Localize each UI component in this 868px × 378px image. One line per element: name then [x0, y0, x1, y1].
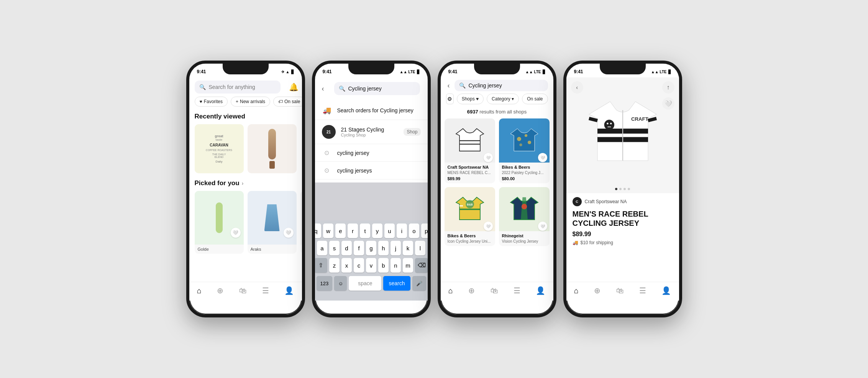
key-f[interactable]: f [354, 241, 364, 255]
heart-btn-product-4[interactable]: 🤍 [538, 222, 547, 231]
heart-btn-product-3[interactable]: 🤍 [484, 222, 493, 231]
filter-new-arrivals[interactable]: + New arrivals [231, 97, 270, 107]
key-q[interactable]: q [315, 224, 322, 238]
nav-home-3[interactable]: ⌂ [448, 286, 453, 295]
battery-icon-2: ▊ [417, 70, 420, 74]
suggestion-jersey[interactable]: ⊙ cycling jersey [315, 144, 428, 162]
recently-item-1[interactable]: great taste CARAVAN COFFEE ROASTERS THE … [195, 124, 244, 173]
key-a[interactable]: a [317, 241, 327, 255]
heart-btn-product-1[interactable]: 🤍 [484, 153, 493, 162]
phone-2: 9:41 ▲▲ LTE ▊ ‹ 🔍 ✕ 🚚 Search orders for … [312, 61, 431, 317]
key-j[interactable]: j [391, 241, 401, 255]
share-button-4[interactable]: ↑ [662, 81, 674, 94]
back-button-2[interactable]: ‹ [320, 83, 326, 94]
keyboard-2[interactable]: q w e r t y u i o p a s d f g h [315, 220, 428, 293]
suggestion-list-2: 🚚 Search orders for Cycling jersey 21 21… [315, 98, 428, 182]
key-emoji[interactable]: ☺ [334, 276, 347, 291]
search-bar-1[interactable]: 🔍 [195, 81, 281, 94]
search-input-1[interactable] [209, 84, 276, 90]
key-e[interactable]: e [335, 224, 346, 238]
key-v[interactable]: v [366, 258, 376, 273]
results-text: results from all shops [479, 109, 527, 115]
search-bar-3[interactable]: 🔍 Cycling jersey [455, 80, 548, 91]
key-d[interactable]: d [341, 241, 352, 255]
filter-favorites[interactable]: ♥ Favorites [195, 97, 228, 107]
suggestion-orders-text: Search orders for Cycling jersey [337, 107, 421, 113]
key-space[interactable]: space [349, 276, 381, 291]
filter-category-3[interactable]: Category ▾ [487, 94, 519, 104]
shop-row-4[interactable]: C Craft Sportswear NA [573, 197, 673, 206]
svg-text:CRAFT: CRAFT [631, 116, 648, 122]
back-button-3[interactable]: ‹ [446, 80, 451, 91]
key-123[interactable]: 123 [317, 276, 333, 291]
key-b[interactable]: b [378, 258, 389, 273]
jersey-img-2 [507, 123, 541, 158]
key-mic[interactable]: 🎤 [412, 276, 426, 291]
heart-btn-araks[interactable]: 🤍 [284, 228, 294, 238]
product-card-4[interactable]: 🤍 Rhinegeist Vision Cycling Jersey [499, 187, 550, 246]
key-t[interactable]: t [360, 224, 370, 238]
search-icon-2: 🔍 [339, 85, 345, 92]
picked-item-araks[interactable]: 🤍 Araks [248, 191, 297, 254]
key-g[interactable]: g [366, 241, 376, 255]
nav-profile-1[interactable]: 👤 [284, 286, 294, 295]
key-x[interactable]: x [341, 258, 352, 273]
suggestion-shop[interactable]: 21 21 Stages Cycling Cycling Shop Shop [315, 120, 428, 144]
nav-search-4[interactable]: ⊕ [594, 286, 601, 295]
nav-bag-4[interactable]: 🛍 [616, 286, 624, 295]
filter-shops-3[interactable]: Shops ♥ [457, 94, 484, 104]
filter-icon-3[interactable]: ⚙ [446, 94, 454, 104]
key-r[interactable]: r [348, 224, 358, 238]
key-u[interactable]: u [384, 224, 395, 238]
suggestion-orders[interactable]: 🚚 Search orders for Cycling jersey [315, 101, 428, 120]
key-i[interactable]: i [397, 224, 407, 238]
search-bar-2[interactable]: 🔍 [334, 82, 420, 95]
suggestion-jerseys[interactable]: ⊙ cycling jerseys [315, 162, 428, 179]
product-shop-1: Craft Sportswear NA [448, 165, 492, 169]
search-input-2[interactable] [348, 85, 415, 92]
key-h[interactable]: h [378, 241, 389, 255]
nav-profile-4[interactable]: 👤 [661, 286, 671, 295]
nav-home-1[interactable]: ⌂ [197, 286, 202, 295]
key-o[interactable]: o [409, 224, 419, 238]
nav-home-4[interactable]: ⌂ [574, 286, 579, 295]
picked-item-golde[interactable]: 🤍 Golde [195, 191, 244, 254]
key-m[interactable]: m [403, 258, 413, 273]
key-z[interactable]: z [329, 258, 340, 273]
heart-btn-golde[interactable]: 🤍 [231, 228, 241, 238]
bell-icon-1[interactable]: 🔔 [289, 82, 299, 92]
product-card-1[interactable]: 🤍 Craft Sportswear NA MENS RACE REBEL C.… [445, 118, 495, 183]
key-k[interactable]: k [403, 241, 413, 255]
key-shift[interactable]: ⇧ [315, 258, 328, 273]
key-search[interactable]: search [383, 276, 410, 291]
heart-button-4[interactable]: 🤍 [662, 97, 674, 110]
heart-btn-product-2[interactable]: 🤍 [538, 153, 547, 162]
product-info-3: Bikes & Beers Icon Cycling Jersey Uni... [445, 231, 495, 246]
nav-profile-3[interactable]: 👤 [536, 286, 545, 295]
product-card-2[interactable]: 🤍 Bikes & Beers 2022 Paisley Cycling J..… [499, 118, 550, 183]
key-l[interactable]: l [415, 241, 425, 255]
key-n[interactable]: n [391, 258, 401, 273]
filter-onsale-3[interactable]: On sale [522, 94, 548, 104]
key-y[interactable]: y [372, 224, 382, 238]
picked-item-3[interactable] [300, 191, 302, 254]
phone-1: 9:41 ✈ ▲ ▊ 🔍 🔔 ♥ Favorites + New arrival… [186, 61, 305, 317]
key-w[interactable]: w [323, 224, 333, 238]
nav-bag-3[interactable]: 🛍 [491, 286, 498, 295]
nav-orders-1[interactable]: ☰ [262, 286, 269, 295]
product-card-3[interactable]: B&B 🤍 Bikes & Beers Icon Cycling Jersey … [445, 187, 495, 246]
nav-orders-3[interactable]: ☰ [514, 286, 520, 295]
dot-indicators-4 [566, 185, 679, 193]
filter-on-sale[interactable]: 🏷 On sale [273, 97, 302, 107]
key-s[interactable]: s [329, 241, 340, 255]
key-p[interactable]: p [421, 224, 428, 238]
nav-search-3[interactable]: ⊕ [468, 286, 475, 295]
nav-bag-1[interactable]: 🛍 [239, 286, 247, 295]
key-c[interactable]: c [354, 258, 364, 273]
key-delete[interactable]: ⌫ [415, 258, 428, 273]
back-button-4[interactable]: ‹ [571, 81, 583, 94]
recently-item-2[interactable] [248, 124, 297, 173]
nav-orders-4[interactable]: ☰ [639, 286, 646, 295]
nav-search-1[interactable]: ⊕ [217, 286, 223, 295]
on-sale-label: On sale [284, 99, 300, 104]
